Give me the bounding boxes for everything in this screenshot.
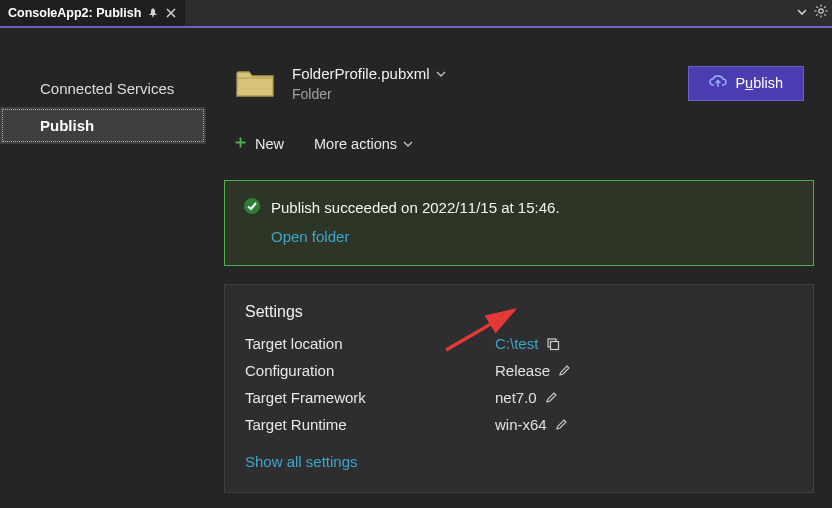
chevron-down-icon — [436, 65, 446, 82]
new-label: New — [255, 136, 284, 152]
svg-line-6 — [824, 14, 826, 16]
tab-bar: ConsoleApp2: Publish — [0, 0, 832, 28]
success-check-icon — [243, 197, 261, 218]
gear-icon[interactable] — [814, 4, 828, 21]
target-runtime-value: win-x64 — [495, 416, 547, 433]
target-framework-value: net7.0 — [495, 389, 537, 406]
sidebar-item-connected-services[interactable]: Connected Services — [0, 70, 206, 107]
edit-icon[interactable] — [555, 418, 568, 431]
settings-grid: Target location C:\test Configuration Re… — [245, 335, 793, 433]
setting-value-target-runtime: win-x64 — [495, 416, 793, 433]
publish-cloud-icon — [709, 75, 727, 92]
dropdown-icon[interactable] — [796, 5, 808, 21]
open-folder-label: Open folder — [271, 228, 349, 245]
sidebar-item-label: Publish — [40, 117, 94, 134]
open-folder-link[interactable]: Open folder — [271, 228, 795, 245]
main-area: Connected Services Publish FolderProfile… — [0, 28, 832, 508]
setting-label-target-runtime: Target Runtime — [245, 416, 495, 433]
close-icon[interactable] — [165, 7, 177, 19]
configuration-value: Release — [495, 362, 550, 379]
svg-rect-11 — [551, 341, 559, 349]
settings-heading: Settings — [245, 303, 793, 321]
edit-icon[interactable] — [558, 364, 571, 377]
svg-point-0 — [819, 9, 823, 13]
setting-value-target-location[interactable]: C:\test — [495, 335, 793, 352]
more-actions-button[interactable]: More actions — [314, 136, 413, 152]
status-box: Publish succeeded on 2022/11/15 at 15:46… — [224, 180, 814, 266]
setting-label-target-location: Target location — [245, 335, 495, 352]
publish-button-label: Publish — [735, 75, 783, 91]
show-all-label: Show all settings — [245, 453, 358, 470]
setting-label-configuration: Configuration — [245, 362, 495, 379]
setting-value-configuration: Release — [495, 362, 793, 379]
pin-icon[interactable] — [147, 7, 159, 19]
profile-name: FolderProfile.pubxml — [292, 65, 430, 82]
svg-line-7 — [824, 6, 826, 8]
show-all-settings-link[interactable]: Show all settings — [245, 453, 793, 470]
content: FolderProfile.pubxml Folder Publish — [206, 28, 832, 508]
profile-name-dropdown[interactable]: FolderProfile.pubxml — [292, 65, 672, 82]
settings-panel: Settings Target location C:\test Configu… — [224, 284, 814, 493]
tab-publish[interactable]: ConsoleApp2: Publish — [0, 0, 185, 26]
status-message: Publish succeeded on 2022/11/15 at 15:46… — [271, 199, 560, 216]
profile-header: FolderProfile.pubxml Folder Publish — [224, 42, 814, 116]
folder-icon — [234, 64, 276, 102]
sidebar-item-label: Connected Services — [40, 80, 174, 97]
edit-icon[interactable] — [545, 391, 558, 404]
action-row: New More actions — [224, 130, 814, 166]
sidebar-item-publish[interactable]: Publish — [0, 107, 206, 144]
setting-label-target-framework: Target Framework — [245, 389, 495, 406]
copy-icon[interactable] — [546, 337, 560, 351]
chevron-down-icon — [403, 136, 413, 152]
publish-button[interactable]: Publish — [688, 66, 804, 101]
tab-title: ConsoleApp2: Publish — [8, 6, 141, 20]
profile-kind: Folder — [292, 86, 672, 102]
svg-line-8 — [816, 14, 818, 16]
svg-line-5 — [816, 6, 818, 8]
svg-point-9 — [244, 198, 260, 214]
new-profile-button[interactable]: New — [234, 136, 284, 152]
plus-icon — [234, 136, 247, 152]
sidebar: Connected Services Publish — [0, 28, 206, 508]
target-location-value: C:\test — [495, 335, 538, 352]
more-actions-label: More actions — [314, 136, 397, 152]
setting-value-target-framework: net7.0 — [495, 389, 793, 406]
